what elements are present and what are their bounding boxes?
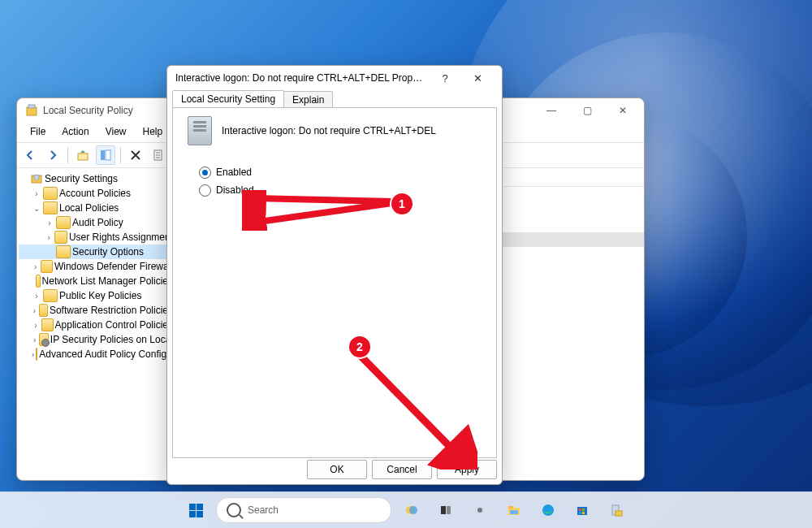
tree-item[interactable]: ›Application Control Policies <box>19 318 173 332</box>
svg-rect-3 <box>101 150 105 160</box>
tree-item-label: Audit Policy <box>72 217 123 228</box>
svg-rect-4 <box>106 150 110 160</box>
cancel-button[interactable]: Cancel <box>372 460 432 479</box>
folder-icon <box>36 275 41 288</box>
svg-rect-2 <box>78 154 88 160</box>
search-icon <box>227 503 241 517</box>
forward-button[interactable] <box>43 145 63 165</box>
svg-rect-23 <box>582 509 585 511</box>
menu-action[interactable]: Action <box>54 124 97 139</box>
svg-point-12 <box>409 506 417 514</box>
svg-rect-1 <box>28 105 35 108</box>
dialog-titlebar[interactable]: Interactive logon: Do not require CTRL+A… <box>167 66 502 90</box>
tree-item[interactable]: ›IP Security Policies on Local <box>19 332 173 347</box>
tree-item-label: Network List Manager Policies <box>42 275 173 287</box>
tree-item[interactable]: Network List Manager Policies <box>19 274 173 288</box>
svg-rect-27 <box>615 511 622 516</box>
tab-explain[interactable]: Explain <box>283 91 333 108</box>
tree-item[interactable]: ›Advanced Audit Policy Configuration <box>19 347 173 361</box>
menu-view[interactable]: View <box>97 124 135 139</box>
tree-item-label: Security Options <box>72 246 144 258</box>
apply-button[interactable]: Apply <box>437 460 497 479</box>
chevron-icon: › <box>32 189 41 198</box>
svg-rect-24 <box>579 512 581 514</box>
folder-icon <box>39 333 49 346</box>
up-button[interactable] <box>73 145 93 165</box>
folder-icon <box>36 348 37 361</box>
policy-name: Interactive logon: Do not require CTRL+A… <box>222 125 436 136</box>
chevron-icon: › <box>45 233 53 242</box>
maximize-button[interactable]: ▢ <box>569 98 605 123</box>
close-button[interactable]: ✕ <box>605 98 641 123</box>
radio-disabled-label: Disabled <box>216 184 254 196</box>
folder-icon <box>39 304 48 317</box>
taskview-icon[interactable] <box>432 496 460 524</box>
folder-icon <box>54 231 67 244</box>
help-button[interactable]: ? <box>429 67 461 89</box>
tree-item[interactable]: ›Audit Policy <box>19 215 173 230</box>
store-icon[interactable] <box>568 496 596 524</box>
folder-icon <box>43 289 58 302</box>
folder-icon <box>43 201 58 214</box>
ok-button[interactable]: OK <box>307 460 367 479</box>
tree-item-label: Software Restriction Policies <box>50 305 173 316</box>
svg-rect-22 <box>579 509 581 511</box>
dialog-close-button[interactable]: ✕ <box>461 67 494 89</box>
properties-icon[interactable] <box>96 145 115 165</box>
tree-root-label: Security Settings <box>45 173 118 184</box>
refresh-icon[interactable] <box>149 145 168 165</box>
tree-item-label: Public Key Policies <box>59 290 141 301</box>
chevron-icon: › <box>45 219 54 227</box>
edge-icon[interactable] <box>534 496 562 524</box>
chevron-icon: › <box>32 292 41 301</box>
tree-item[interactable]: ›User Rights Assignment <box>19 230 173 245</box>
folder-icon <box>41 260 53 273</box>
search-placeholder: Search <box>248 504 279 516</box>
annotation-badge-2: 2 <box>348 335 372 359</box>
tree-item-label: Application Control Policies <box>55 319 173 331</box>
tree-item[interactable]: ›Public Key Policies <box>19 288 173 303</box>
secpol-taskbar-icon[interactable] <box>603 496 630 524</box>
chevron-icon: ⌄ <box>32 204 41 213</box>
tab-local-security-setting[interactable]: Local Security Setting <box>172 90 284 107</box>
chevron-icon: › <box>32 262 39 271</box>
radio-disabled[interactable]: Disabled <box>199 181 496 199</box>
chevron-icon: › <box>32 350 34 359</box>
start-button[interactable] <box>182 496 209 524</box>
tree-item[interactable]: ›Account Policies <box>19 186 173 201</box>
annotation-badge-1: 1 <box>390 192 414 216</box>
tree-item[interactable]: ›Software Restriction Policies <box>19 303 173 318</box>
folder-icon <box>56 216 71 229</box>
tree-item-label: Windows Defender Firewall <box>54 261 173 272</box>
tree-item-label: Advanced Audit Policy Configuration <box>39 348 175 360</box>
chevron-icon: › <box>32 306 37 315</box>
chat-icon[interactable] <box>466 496 494 524</box>
taskbar[interactable]: Search <box>0 491 812 528</box>
radio-enabled-label: Enabled <box>216 167 252 178</box>
taskbar-search[interactable]: Search <box>216 497 391 523</box>
radio-enabled[interactable]: Enabled <box>199 163 496 181</box>
explorer-icon[interactable] <box>500 496 528 524</box>
properties-dialog: Interactive logon: Do not require CTRL+A… <box>166 65 503 485</box>
tree-root[interactable]: Security Settings <box>19 171 173 186</box>
tree-item[interactable]: ⌄Local Policies <box>19 201 173 215</box>
radio-dot-enabled <box>199 167 211 179</box>
svg-point-20 <box>542 504 554 516</box>
tree-item-label: User Rights Assignment <box>69 232 173 243</box>
dialog-title: Interactive logon: Do not require CTRL+A… <box>175 72 429 84</box>
copilot-icon[interactable] <box>398 496 425 524</box>
tree-item[interactable]: ›Windows Defender Firewall <box>19 259 173 274</box>
tree-item-label: Local Policies <box>59 202 119 214</box>
folder-icon <box>56 245 71 258</box>
svg-rect-25 <box>582 512 585 514</box>
app-icon <box>25 104 38 117</box>
tree-pane[interactable]: Security Settings ›Account Policies⌄Loca… <box>17 168 175 477</box>
back-button[interactable] <box>20 145 40 165</box>
server-icon <box>188 116 212 145</box>
delete-icon[interactable] <box>126 145 145 165</box>
menu-help[interactable]: Help <box>135 124 171 139</box>
tree-item[interactable]: Security Options <box>19 245 173 259</box>
menu-file[interactable]: File <box>22 124 54 139</box>
tree-item-label: Account Policies <box>59 188 131 199</box>
minimize-button[interactable]: — <box>533 98 569 123</box>
